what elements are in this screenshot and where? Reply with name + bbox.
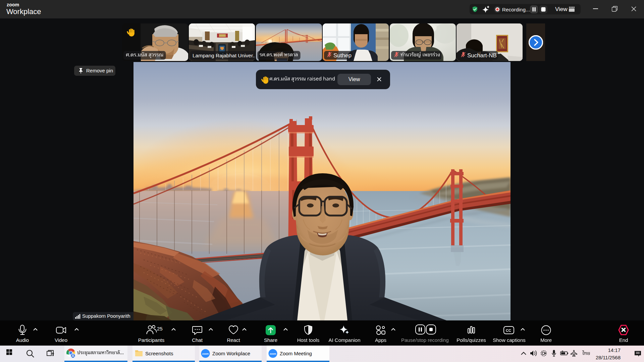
- svg-text:Suthep: Suthep: [333, 52, 352, 59]
- svg-text:zoom: zoom: [202, 352, 209, 355]
- svg-text:Lampang Rajabhat Univer...: Lampang Rajabhat Univer...: [193, 53, 255, 58]
- svg-text:Suchart-NB: Suchart-NB: [467, 52, 497, 59]
- svg-text:CC: CC: [506, 328, 511, 333]
- svg-text:zoom: zoom: [270, 352, 276, 355]
